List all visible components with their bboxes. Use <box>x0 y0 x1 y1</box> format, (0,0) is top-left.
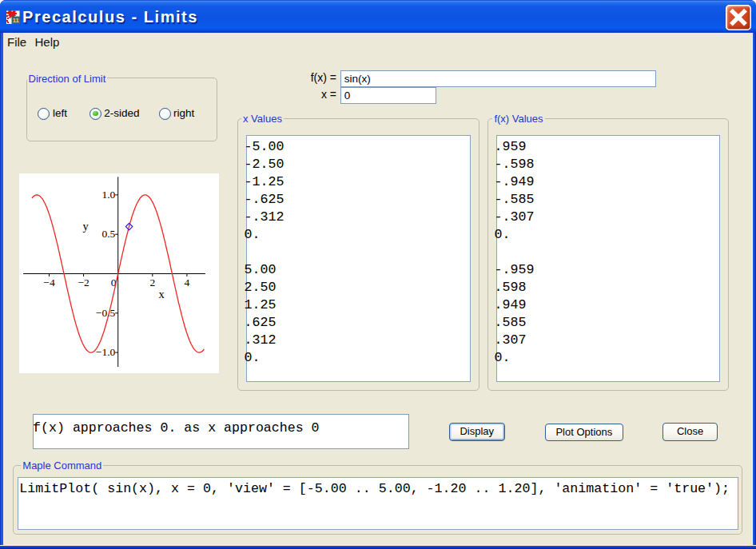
svg-text:0.5: 0.5 <box>101 228 115 240</box>
svg-text:−4: −4 <box>43 276 55 288</box>
svg-text:y: y <box>82 220 89 233</box>
svg-text:x: x <box>158 288 165 300</box>
svg-text:11: 11 <box>13 17 19 24</box>
svg-text:1.0: 1.0 <box>101 189 115 201</box>
svg-text:−1.0: −1.0 <box>96 346 116 358</box>
svg-text:2: 2 <box>149 276 155 288</box>
svg-text:−2: −2 <box>78 276 89 288</box>
svg-text:−0.5: −0.5 <box>96 307 116 319</box>
svg-text:4: 4 <box>185 276 190 288</box>
